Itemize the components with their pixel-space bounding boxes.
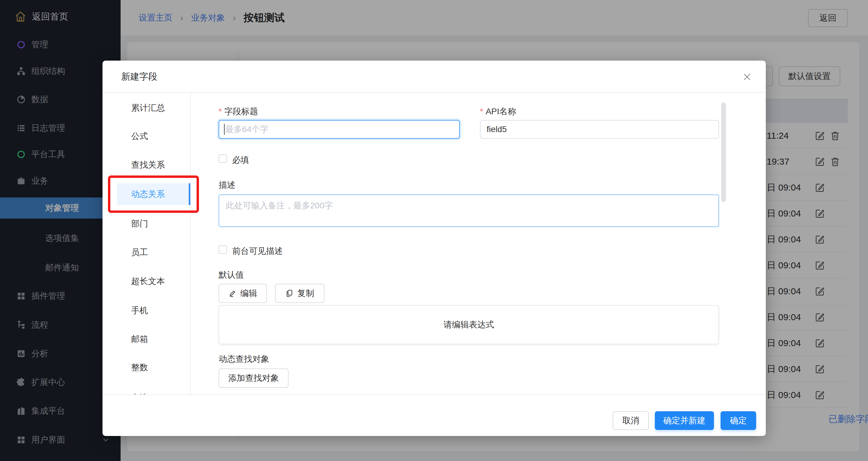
field-type-label: 员工	[131, 247, 148, 258]
edit-button-label: 编辑	[240, 288, 257, 299]
field-title-input[interactable]	[219, 120, 460, 139]
copy-expression-button[interactable]: 复制	[275, 284, 324, 303]
copy-icon	[285, 289, 293, 298]
field-type-nav-item-1[interactable]: 公式	[102, 125, 191, 147]
expression-placeholder: 请编辑表达式	[443, 319, 494, 331]
required-checkbox[interactable]	[219, 154, 227, 163]
required-asterisk: *	[480, 107, 483, 116]
field-type-nav-item-0[interactable]: 累计汇总	[102, 97, 191, 119]
field-type-nav-item-6[interactable]: 超长文本	[102, 271, 191, 292]
field-type-label: 超长文本	[131, 276, 165, 287]
pencil-icon	[228, 289, 237, 298]
new-field-modal: 新建字段 累计汇总公式查找关系动态关系部门员工超长文本手机邮箱整数多选 *字段标…	[102, 61, 766, 436]
field-type-label: 查找关系	[131, 159, 165, 171]
default-value-label: 默认值	[219, 269, 244, 281]
expression-editor-box[interactable]: 请编辑表达式	[219, 305, 719, 344]
field-type-label: 多选	[131, 392, 148, 394]
add-lookup-object-button[interactable]: 添加查找对象	[219, 368, 288, 388]
field-type-label: 动态关系	[131, 188, 165, 200]
field-type-label: 累计汇总	[131, 102, 165, 114]
add-lookup-label: 添加查找对象	[228, 372, 279, 384]
confirm-button[interactable]: 确定	[720, 411, 756, 430]
api-name-label: *API名称	[480, 106, 516, 117]
edit-expression-button[interactable]: 编辑	[219, 284, 267, 303]
field-type-label: 手机	[131, 305, 148, 316]
required-asterisk: *	[219, 107, 222, 116]
front-visible-label: 前台可见描述	[232, 245, 283, 257]
field-type-nav-item-7[interactable]: 手机	[102, 300, 191, 321]
field-type-label: 公式	[131, 130, 148, 142]
front-visible-checkbox[interactable]	[219, 245, 227, 254]
field-type-nav-item-3[interactable]: 动态关系	[117, 183, 191, 205]
dynamic-lookup-label: 动态查找对象	[219, 354, 269, 365]
modal-footer: 取消 确定并新建 确定	[102, 394, 766, 436]
field-type-nav-item-4[interactable]: 部门	[102, 213, 191, 235]
description-textarea[interactable]	[219, 194, 719, 227]
close-icon[interactable]	[741, 70, 754, 84]
api-name-input[interactable]	[480, 120, 719, 139]
app-screen: 返回首页 管理组织结构数据日志管理平台工具业务对象管理选项值集邮件通知插件管理流…	[0, 0, 868, 461]
confirm-and-new-button[interactable]: 确定并新建	[655, 411, 714, 430]
field-type-label: 部门	[131, 218, 148, 229]
required-checkbox-label: 必填	[232, 154, 249, 166]
field-type-nav-item-5[interactable]: 员工	[102, 242, 191, 263]
description-label: 描述	[219, 179, 236, 191]
modal-scrollbar-thumb[interactable]	[721, 102, 726, 202]
text-caret	[224, 124, 225, 135]
copy-button-label: 复制	[297, 288, 314, 299]
field-type-nav-item-9[interactable]: 整数	[102, 357, 191, 378]
cancel-button[interactable]: 取消	[613, 411, 649, 430]
modal-title: 新建字段	[121, 61, 157, 93]
field-type-label: 邮箱	[131, 334, 148, 345]
field-type-nav-item-2[interactable]: 查找关系	[102, 154, 191, 176]
field-type-nav-item-10[interactable]: 多选	[102, 387, 191, 394]
field-type-nav-item-8[interactable]: 邮箱	[102, 328, 191, 350]
field-type-label: 整数	[131, 362, 148, 373]
modal-header: 新建字段	[102, 61, 766, 93]
field-type-nav: 累计汇总公式查找关系动态关系部门员工超长文本手机邮箱整数多选	[102, 93, 191, 394]
field-title-label: *字段标题	[219, 106, 258, 117]
selected-indicator-bar	[189, 183, 191, 205]
